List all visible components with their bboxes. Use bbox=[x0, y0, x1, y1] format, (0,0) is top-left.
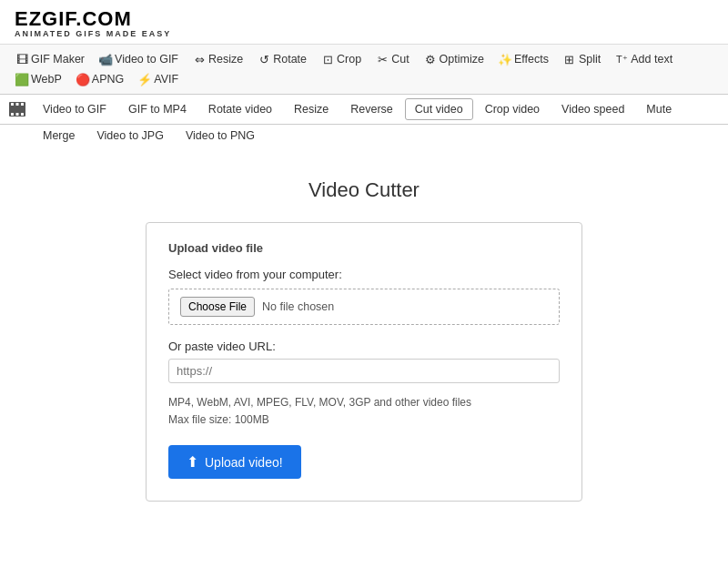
nav-item-apng[interactable]: 🔴 APNG bbox=[70, 70, 130, 88]
resize-icon: ⇔ bbox=[193, 53, 206, 66]
nav-item-optimize[interactable]: ⚙ Optimize bbox=[418, 50, 490, 68]
gif-maker-icon: 🎞 bbox=[15, 53, 28, 66]
nav-label-apng: APNG bbox=[92, 73, 124, 86]
video-to-gif-icon: 📹 bbox=[99, 53, 112, 66]
nav-item-rotate[interactable]: ↺ Rotate bbox=[251, 50, 313, 68]
logo-subtitle: ANIMATED GIFS MADE EASY bbox=[15, 29, 713, 38]
file-input-area: Choose File No file chosen bbox=[168, 289, 560, 325]
nav-label-optimize: Optimize bbox=[440, 53, 484, 66]
nav-label-crop: Crop bbox=[337, 53, 361, 66]
sub-nav: Video to GIF GIF to MP4 Rotate video Res… bbox=[0, 95, 728, 125]
svg-rect-1 bbox=[11, 103, 14, 106]
url-label: Or paste video URL: bbox=[168, 340, 560, 353]
sub-nav-video-speed[interactable]: Video speed bbox=[551, 98, 634, 120]
choose-file-button[interactable]: Choose File bbox=[180, 297, 255, 317]
sub-nav-row2: Merge Video to JPG Video to PNG bbox=[0, 125, 728, 151]
svg-rect-3 bbox=[21, 103, 24, 106]
cut-icon: ✂ bbox=[376, 53, 389, 66]
content-box: Video Cutter Upload video file Select vi… bbox=[146, 178, 582, 502]
sub-nav-video-to-png[interactable]: Video to PNG bbox=[176, 125, 265, 147]
nav-item-crop[interactable]: ⊡ Crop bbox=[315, 50, 368, 68]
select-label: Select video from your computer: bbox=[168, 268, 560, 281]
page-title: Video Cutter bbox=[146, 178, 582, 202]
sub-nav-gif-to-mp4[interactable]: GIF to MP4 bbox=[118, 98, 197, 120]
optimize-icon: ⚙ bbox=[424, 53, 437, 66]
sub-nav-merge[interactable]: Merge bbox=[33, 125, 85, 147]
upload-btn-label: Upload video! bbox=[205, 455, 283, 470]
rotate-icon: ↺ bbox=[258, 53, 270, 66]
nav-label-resize: Resize bbox=[208, 53, 243, 66]
svg-rect-4 bbox=[11, 113, 14, 116]
effects-icon: ✨ bbox=[499, 53, 511, 66]
nav-item-webp[interactable]: 🟩 WebP bbox=[9, 70, 68, 88]
upload-box: Upload video file Select video from your… bbox=[146, 222, 582, 502]
nav-label-add-text: Add text bbox=[631, 53, 672, 66]
sub-nav-video-to-gif[interactable]: Video to GIF bbox=[33, 98, 116, 120]
nav-item-avif[interactable]: ⚡ AVIF bbox=[132, 70, 185, 88]
crop-icon: ⊡ bbox=[321, 53, 334, 66]
nav-label-video-to-gif: Video to GIF bbox=[115, 53, 178, 66]
nav-label-cut: Cut bbox=[391, 53, 409, 66]
avif-icon: ⚡ bbox=[138, 73, 151, 86]
sub-nav-cut-video[interactable]: Cut video bbox=[405, 98, 473, 120]
sub-nav-mute[interactable]: Mute bbox=[636, 98, 682, 120]
nav-label-avif: AVIF bbox=[154, 73, 178, 86]
file-types-info: MP4, WebM, AVI, MPEG, FLV, MOV, 3GP and … bbox=[168, 394, 560, 429]
nav-item-gif-maker[interactable]: 🎞 GIF Maker bbox=[9, 50, 91, 68]
svg-rect-6 bbox=[21, 113, 24, 116]
sub-nav-rotate-video[interactable]: Rotate video bbox=[198, 98, 282, 120]
nav-item-split[interactable]: ⊞ Split bbox=[557, 50, 607, 68]
film-icon bbox=[9, 102, 25, 117]
nav-label-effects: Effects bbox=[514, 53, 549, 66]
nav-item-cut[interactable]: ✂ Cut bbox=[369, 50, 415, 68]
upload-box-title: Upload video file bbox=[168, 241, 560, 255]
top-nav: 🎞 GIF Maker 📹 Video to GIF ⇔ Resize ↺ Ro… bbox=[0, 45, 728, 95]
nav-label-gif-maker: GIF Maker bbox=[31, 53, 85, 66]
nav-label-webp: WebP bbox=[31, 73, 62, 86]
webp-icon: 🟩 bbox=[15, 73, 28, 86]
upload-icon: ⬆ bbox=[187, 453, 198, 471]
svg-rect-5 bbox=[16, 113, 19, 116]
sub-nav-resize[interactable]: Resize bbox=[284, 98, 339, 120]
nav-label-split: Split bbox=[579, 53, 601, 66]
url-input[interactable] bbox=[168, 359, 560, 383]
logo-title: EZGIF.COM bbox=[15, 9, 713, 29]
svg-rect-2 bbox=[16, 103, 19, 106]
main-content: Video Cutter Upload video file Select vi… bbox=[0, 151, 728, 529]
nav-item-add-text[interactable]: T⁺ Add text bbox=[609, 50, 679, 68]
split-icon: ⊞ bbox=[563, 53, 576, 66]
add-text-icon: T⁺ bbox=[615, 53, 628, 66]
apng-icon: 🔴 bbox=[76, 73, 89, 86]
sub-nav-video-to-jpg[interactable]: Video to JPG bbox=[86, 125, 173, 147]
sub-nav-reverse[interactable]: Reverse bbox=[340, 98, 403, 120]
nav-label-rotate: Rotate bbox=[273, 53, 307, 66]
nav-item-resize[interactable]: ⇔ Resize bbox=[187, 50, 249, 68]
header: EZGIF.COM ANIMATED GIFS MADE EASY bbox=[0, 0, 728, 45]
sub-nav-crop-video[interactable]: Crop video bbox=[475, 98, 550, 120]
nav-item-video-to-gif[interactable]: 📹 Video to GIF bbox=[93, 50, 185, 68]
upload-button[interactable]: ⬆ Upload video! bbox=[168, 445, 301, 479]
no-file-label: No file chosen bbox=[262, 300, 334, 313]
nav-item-effects[interactable]: ✨ Effects bbox=[492, 50, 555, 68]
